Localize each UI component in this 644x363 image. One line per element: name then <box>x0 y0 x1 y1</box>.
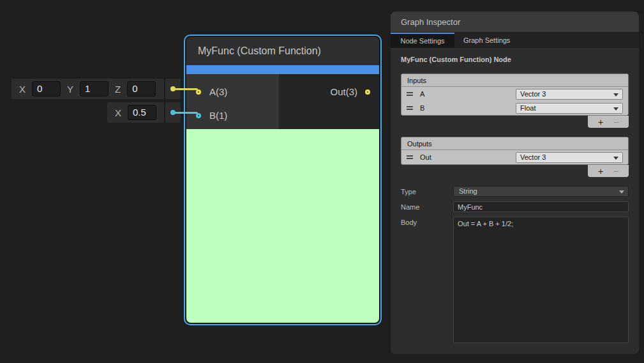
inputs-section-title: Inputs <box>407 77 426 84</box>
vector3-slot-editor: X 0 Y 1 Z 0 <box>11 79 164 99</box>
body-row: Body Out = A + B + 1/2; <box>401 217 629 343</box>
inputs-section-header: Inputs <box>401 74 628 87</box>
edge-float-to-port-b[interactable] <box>173 112 198 114</box>
add-output-button[interactable]: + <box>598 167 603 176</box>
tab-node-settings-label: Node Settings <box>400 37 444 45</box>
remove-output-button[interactable]: − <box>613 167 618 176</box>
z-axis-label: Z <box>115 84 121 95</box>
output-out-name: Out <box>420 153 431 161</box>
node-ports: A(3) B(1) Out(3) <box>186 74 379 129</box>
input-b-name: B <box>420 104 424 112</box>
y-axis-label: Y <box>67 84 73 95</box>
node-accent-bar <box>186 65 379 74</box>
node-preview <box>186 129 379 323</box>
inputs-section: Inputs A Vector 3 B Float <box>401 73 629 116</box>
input-row-a: A Vector 3 <box>401 87 628 101</box>
node-title-bar[interactable]: MyFunc (Custom Function) <box>186 37 379 65</box>
body-textarea[interactable]: Out = A + B + 1/2; <box>453 217 629 343</box>
input-row-b: B Float <box>401 101 628 115</box>
z-value-field[interactable]: 0 <box>127 81 156 97</box>
port-a-label: A(3) <box>209 86 227 97</box>
dropdown-arrow-icon <box>613 107 618 111</box>
y-value-field[interactable]: 1 <box>80 81 109 97</box>
input-a-name: A <box>420 90 424 98</box>
inspector-title: Graph Inspector <box>401 17 460 27</box>
drag-handle-icon[interactable] <box>407 106 413 110</box>
node-input-ports: A(3) B(1) <box>186 74 279 129</box>
input-a-type-dropdown[interactable]: Vector 3 <box>516 89 623 100</box>
remove-input-button[interactable]: − <box>613 118 618 127</box>
inspector-header[interactable]: Graph Inspector <box>391 12 639 33</box>
port-b-label: B(1) <box>209 110 227 121</box>
port-out-ring-icon[interactable] <box>365 89 370 95</box>
tab-graph-settings-label: Graph Settings <box>463 36 510 44</box>
dropdown-arrow-icon <box>619 190 624 194</box>
name-row: Name <box>401 201 629 212</box>
drag-handle-icon[interactable] <box>407 92 413 96</box>
input-b-type-dropdown[interactable]: Float <box>516 103 623 114</box>
name-label: Name <box>401 201 453 212</box>
custom-function-node[interactable]: MyFunc (Custom Function) A(3) B(1) Out(3… <box>184 35 382 325</box>
edge-vector3-to-port-a[interactable] <box>173 88 198 90</box>
type-dropdown[interactable]: String <box>453 186 629 197</box>
inspector-body: MyFunc (Custom Function) Node Inputs A V… <box>391 48 639 343</box>
node-body: MyFunc (Custom Function) A(3) B(1) Out(3… <box>186 37 379 323</box>
inputs-list-toolbar: + − <box>588 116 629 128</box>
float-x-axis-label: X <box>115 107 121 118</box>
output-out-type-dropdown[interactable]: Vector 3 <box>516 152 623 163</box>
output-out-type-value: Vector 3 <box>520 153 546 161</box>
float-slot-editor: X 0.5 <box>107 102 164 123</box>
output-row-out: Out Vector 3 <box>401 150 628 164</box>
x-axis-label: X <box>19 84 26 95</box>
type-row: Type String <box>401 186 629 197</box>
x-value-field[interactable]: 0 <box>32 81 61 97</box>
dropdown-arrow-icon <box>613 93 618 97</box>
tab-node-settings[interactable]: Node Settings <box>391 33 454 48</box>
node-output-ports: Out(3) <box>279 74 379 129</box>
type-label: Type <box>401 186 453 197</box>
inspector-tabbar: Node Settings Graph Settings <box>391 33 639 48</box>
port-out-label: Out(3) <box>330 86 357 97</box>
outputs-section-title: Outputs <box>407 140 432 148</box>
node-settings-heading: MyFunc (Custom Function) Node <box>401 56 629 63</box>
dropdown-arrow-icon <box>613 157 618 160</box>
port-out[interactable]: Out(3) <box>279 80 379 104</box>
input-a-type-value: Vector 3 <box>520 90 546 98</box>
outputs-list-toolbar: + − <box>588 165 629 177</box>
input-b-type-value: Float <box>520 104 535 112</box>
port-a[interactable]: A(3) <box>186 80 279 104</box>
add-input-button[interactable]: + <box>598 118 603 127</box>
name-input[interactable] <box>453 201 629 212</box>
tab-graph-settings[interactable]: Graph Settings <box>454 33 519 48</box>
drag-handle-icon[interactable] <box>407 155 413 159</box>
outputs-section-header: Outputs <box>401 137 628 150</box>
node-title: MyFunc (Custom Function) <box>198 45 321 57</box>
type-value: String <box>459 187 477 195</box>
graph-inspector-panel: Graph Inspector Node Settings Graph Sett… <box>391 12 639 354</box>
body-label: Body <box>401 217 453 343</box>
outputs-section: Outputs Out Vector 3 <box>401 137 629 165</box>
port-b[interactable]: B(1) <box>186 104 279 127</box>
float-value-field[interactable]: 0.5 <box>128 105 156 120</box>
